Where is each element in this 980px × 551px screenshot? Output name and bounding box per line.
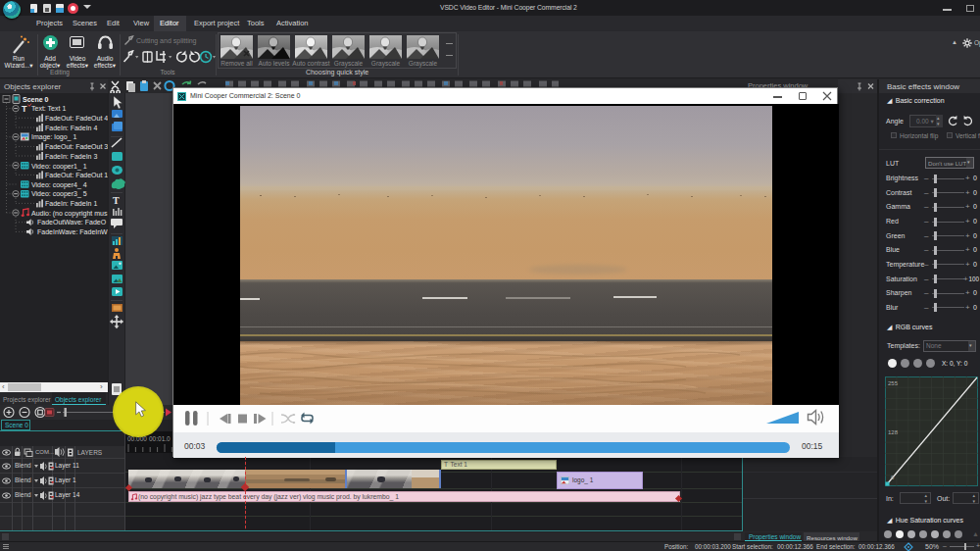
svg-text:Audio: (no copyright mus: Audio: (no copyright mus: [31, 210, 108, 218]
svg-text:FadeOut: FadeOut 1: FadeOut: FadeOut 1: [45, 172, 108, 178]
svg-text:FadeInWave: FadeInW: FadeInWave: FadeInW: [37, 228, 108, 235]
svg-text:Video: cooper4_ 4: Video: cooper4_ 4: [31, 181, 87, 189]
svg-text:FadeOutWave: FadeO: FadeOutWave: FadeO: [37, 219, 107, 225]
svg-text:T: T: [22, 104, 27, 114]
svg-text:Image: logo_ 1: Image: logo_ 1: [31, 133, 76, 141]
svg-text:FadeIn: FadeIn 4: FadeIn: FadeIn 4: [45, 125, 97, 131]
svg-text:FadeOut: FadeOut 3: FadeOut: FadeOut 3: [45, 143, 108, 150]
svg-text:T: T: [113, 195, 120, 206]
svg-text:Scene 0: Scene 0: [23, 96, 49, 103]
svg-text:255: 255: [888, 380, 899, 386]
svg-text:FadeOut: FadeOut 4: FadeOut: FadeOut 4: [45, 115, 108, 122]
svg-text:FadeIn: FadeIn 1: FadeIn: FadeIn 1: [45, 200, 97, 207]
svg-text:128: 128: [888, 429, 899, 435]
svg-text:Video: cooper1_ 1: Video: cooper1_ 1: [31, 163, 87, 171]
svg-text:Video: cooper3_ 5: Video: cooper3_ 5: [31, 190, 87, 198]
svg-text:Text: Text 1: Text: Text 1: [31, 105, 66, 112]
svg-text:FadeIn: FadeIn 3: FadeIn: FadeIn 3: [45, 153, 97, 160]
